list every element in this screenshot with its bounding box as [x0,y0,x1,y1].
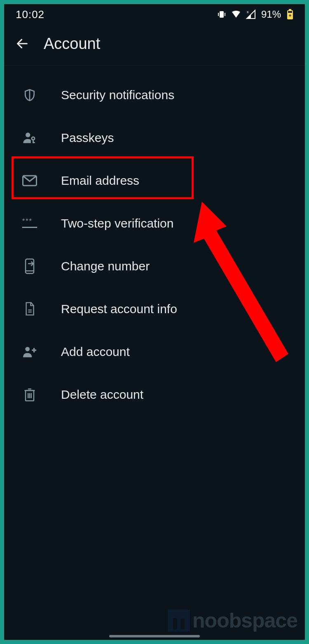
battery-percentage: 91% [261,9,281,20]
person-add-icon [21,344,38,360]
menu-item-change-number[interactable]: Change number [4,245,305,288]
menu-label: Delete account [61,388,143,402]
trash-icon [21,386,38,403]
signal-icon: x [246,9,256,19]
email-icon [21,172,38,189]
menu-item-security-notifications[interactable]: Security notifications [4,74,305,116]
svg-point-9 [26,133,30,137]
menu-label: Security notifications [61,88,174,102]
settings-list: Security notifications Passkeys Email ad… [4,65,305,416]
app-header: Account [4,25,305,65]
password-icon: *** [21,215,38,232]
svg-rect-0 [220,11,224,18]
vibrate-icon [217,9,227,19]
menu-item-passkeys[interactable]: Passkeys [4,116,305,159]
page-title: Account [44,35,100,53]
watermark-logo-icon [168,609,190,632]
menu-item-email-address[interactable]: Email address [4,159,305,202]
menu-item-delete-account[interactable]: Delete account [4,373,305,416]
menu-label: Request account info [61,302,177,316]
menu-label: Email address [61,174,139,188]
svg-text:***: *** [22,218,33,225]
svg-rect-2 [225,13,225,16]
svg-point-10 [32,137,35,140]
menu-label: Change number [61,259,150,273]
svg-rect-1 [218,13,219,16]
back-button[interactable] [13,35,31,53]
watermark-text: noobspace [192,609,297,632]
menu-label: Passkeys [61,131,114,145]
home-indicator[interactable] [109,635,200,637]
arrow-left-icon [15,37,29,51]
passkeys-icon [21,130,38,146]
svg-rect-4 [289,9,291,10]
change-number-icon [21,258,38,274]
svg-text:+: + [288,13,291,19]
shield-icon [21,87,38,103]
menu-item-request-account-info[interactable]: Request account info [4,288,305,330]
status-time: 10:02 [16,8,44,21]
document-icon [21,301,38,317]
wifi-icon [231,9,241,19]
battery-icon: + [287,9,293,20]
status-icons: x 91% + [217,9,293,20]
svg-rect-12 [33,142,35,143]
menu-item-add-account[interactable]: Add account [4,330,305,373]
menu-item-two-step-verification[interactable]: *** Two-step verification [4,202,305,245]
status-bar: 10:02 x 91% + [4,4,305,25]
menu-label: Two-step verification [61,216,173,230]
watermark: noobspace [168,609,297,632]
svg-point-21 [25,347,30,351]
menu-label: Add account [61,345,130,359]
svg-text:x: x [247,10,249,14]
svg-rect-15 [22,227,37,228]
phone-screen: 10:02 x 91% + Account [4,4,305,640]
